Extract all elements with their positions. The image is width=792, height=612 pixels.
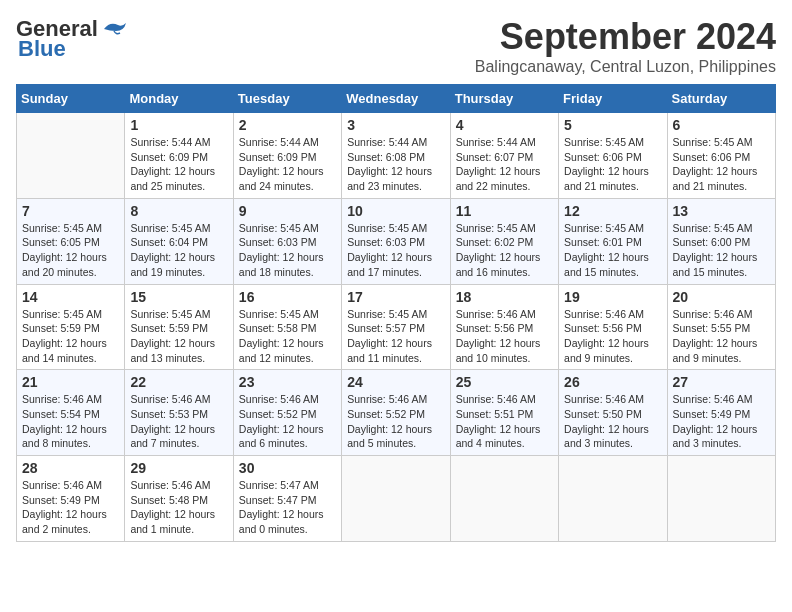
calendar-cell [667,456,775,542]
day-number: 7 [22,203,119,219]
day-info: Sunrise: 5:46 AM Sunset: 5:56 PM Dayligh… [456,307,553,366]
day-number: 20 [673,289,770,305]
calendar-row: 28Sunrise: 5:46 AM Sunset: 5:49 PM Dayli… [17,456,776,542]
day-info: Sunrise: 5:44 AM Sunset: 6:07 PM Dayligh… [456,135,553,194]
calendar-cell: 17Sunrise: 5:45 AM Sunset: 5:57 PM Dayli… [342,284,450,370]
calendar-row: 14Sunrise: 5:45 AM Sunset: 5:59 PM Dayli… [17,284,776,370]
day-info: Sunrise: 5:47 AM Sunset: 5:47 PM Dayligh… [239,478,336,537]
day-info: Sunrise: 5:46 AM Sunset: 5:50 PM Dayligh… [564,392,661,451]
calendar-cell: 15Sunrise: 5:45 AM Sunset: 5:59 PM Dayli… [125,284,233,370]
weekday-header-cell: Saturday [667,85,775,113]
day-info: Sunrise: 5:46 AM Sunset: 5:56 PM Dayligh… [564,307,661,366]
day-number: 12 [564,203,661,219]
day-number: 10 [347,203,444,219]
calendar-cell: 26Sunrise: 5:46 AM Sunset: 5:50 PM Dayli… [559,370,667,456]
calendar-cell: 16Sunrise: 5:45 AM Sunset: 5:58 PM Dayli… [233,284,341,370]
day-number: 17 [347,289,444,305]
header: General Blue September 2024 Balingcanawa… [16,16,776,76]
day-info: Sunrise: 5:44 AM Sunset: 6:09 PM Dayligh… [239,135,336,194]
day-number: 26 [564,374,661,390]
calendar-row: 7Sunrise: 5:45 AM Sunset: 6:05 PM Daylig… [17,198,776,284]
day-number: 9 [239,203,336,219]
day-number: 16 [239,289,336,305]
weekday-header-cell: Tuesday [233,85,341,113]
day-number: 1 [130,117,227,133]
calendar-cell: 4Sunrise: 5:44 AM Sunset: 6:07 PM Daylig… [450,113,558,199]
day-info: Sunrise: 5:45 AM Sunset: 6:04 PM Dayligh… [130,221,227,280]
day-number: 29 [130,460,227,476]
day-number: 2 [239,117,336,133]
day-info: Sunrise: 5:44 AM Sunset: 6:08 PM Dayligh… [347,135,444,194]
day-number: 3 [347,117,444,133]
day-info: Sunrise: 5:46 AM Sunset: 5:52 PM Dayligh… [239,392,336,451]
day-number: 6 [673,117,770,133]
weekday-header-cell: Monday [125,85,233,113]
calendar-cell: 14Sunrise: 5:45 AM Sunset: 5:59 PM Dayli… [17,284,125,370]
weekday-header-cell: Thursday [450,85,558,113]
title-section: September 2024 Balingcanaway, Central Lu… [475,16,776,76]
day-info: Sunrise: 5:45 AM Sunset: 5:59 PM Dayligh… [130,307,227,366]
day-number: 4 [456,117,553,133]
calendar-row: 21Sunrise: 5:46 AM Sunset: 5:54 PM Dayli… [17,370,776,456]
weekday-header-cell: Wednesday [342,85,450,113]
day-info: Sunrise: 5:46 AM Sunset: 5:53 PM Dayligh… [130,392,227,451]
day-number: 25 [456,374,553,390]
day-number: 8 [130,203,227,219]
logo-blue: Blue [18,36,66,62]
day-number: 15 [130,289,227,305]
day-number: 27 [673,374,770,390]
weekday-header-cell: Friday [559,85,667,113]
day-info: Sunrise: 5:46 AM Sunset: 5:49 PM Dayligh… [673,392,770,451]
calendar-body: 1Sunrise: 5:44 AM Sunset: 6:09 PM Daylig… [17,113,776,542]
month-title: September 2024 [475,16,776,58]
calendar-cell: 8Sunrise: 5:45 AM Sunset: 6:04 PM Daylig… [125,198,233,284]
day-info: Sunrise: 5:46 AM Sunset: 5:49 PM Dayligh… [22,478,119,537]
calendar-cell: 5Sunrise: 5:45 AM Sunset: 6:06 PM Daylig… [559,113,667,199]
day-info: Sunrise: 5:45 AM Sunset: 6:06 PM Dayligh… [673,135,770,194]
calendar-cell: 13Sunrise: 5:45 AM Sunset: 6:00 PM Dayli… [667,198,775,284]
day-number: 30 [239,460,336,476]
calendar-row: 1Sunrise: 5:44 AM Sunset: 6:09 PM Daylig… [17,113,776,199]
calendar-cell: 2Sunrise: 5:44 AM Sunset: 6:09 PM Daylig… [233,113,341,199]
calendar-cell: 9Sunrise: 5:45 AM Sunset: 6:03 PM Daylig… [233,198,341,284]
calendar-cell: 3Sunrise: 5:44 AM Sunset: 6:08 PM Daylig… [342,113,450,199]
day-info: Sunrise: 5:45 AM Sunset: 6:00 PM Dayligh… [673,221,770,280]
day-info: Sunrise: 5:46 AM Sunset: 5:55 PM Dayligh… [673,307,770,366]
day-number: 28 [22,460,119,476]
calendar-cell: 25Sunrise: 5:46 AM Sunset: 5:51 PM Dayli… [450,370,558,456]
calendar-cell: 30Sunrise: 5:47 AM Sunset: 5:47 PM Dayli… [233,456,341,542]
day-info: Sunrise: 5:45 AM Sunset: 6:01 PM Dayligh… [564,221,661,280]
logo: General Blue [16,16,128,62]
day-info: Sunrise: 5:46 AM Sunset: 5:51 PM Dayligh… [456,392,553,451]
day-info: Sunrise: 5:45 AM Sunset: 6:02 PM Dayligh… [456,221,553,280]
calendar-cell: 24Sunrise: 5:46 AM Sunset: 5:52 PM Dayli… [342,370,450,456]
calendar-table: SundayMondayTuesdayWednesdayThursdayFrid… [16,84,776,542]
logo-bird-icon [100,19,128,39]
day-info: Sunrise: 5:45 AM Sunset: 5:58 PM Dayligh… [239,307,336,366]
day-info: Sunrise: 5:45 AM Sunset: 6:06 PM Dayligh… [564,135,661,194]
calendar-cell: 1Sunrise: 5:44 AM Sunset: 6:09 PM Daylig… [125,113,233,199]
calendar-cell: 11Sunrise: 5:45 AM Sunset: 6:02 PM Dayli… [450,198,558,284]
calendar-cell: 29Sunrise: 5:46 AM Sunset: 5:48 PM Dayli… [125,456,233,542]
calendar-cell [559,456,667,542]
location-title: Balingcanaway, Central Luzon, Philippine… [475,58,776,76]
calendar-cell: 20Sunrise: 5:46 AM Sunset: 5:55 PM Dayli… [667,284,775,370]
day-info: Sunrise: 5:45 AM Sunset: 6:05 PM Dayligh… [22,221,119,280]
day-info: Sunrise: 5:45 AM Sunset: 5:59 PM Dayligh… [22,307,119,366]
day-number: 14 [22,289,119,305]
day-info: Sunrise: 5:45 AM Sunset: 6:03 PM Dayligh… [239,221,336,280]
weekday-header-cell: Sunday [17,85,125,113]
calendar-cell: 27Sunrise: 5:46 AM Sunset: 5:49 PM Dayli… [667,370,775,456]
day-info: Sunrise: 5:44 AM Sunset: 6:09 PM Dayligh… [130,135,227,194]
weekday-header-row: SundayMondayTuesdayWednesdayThursdayFrid… [17,85,776,113]
day-info: Sunrise: 5:45 AM Sunset: 5:57 PM Dayligh… [347,307,444,366]
day-number: 21 [22,374,119,390]
day-number: 23 [239,374,336,390]
day-number: 22 [130,374,227,390]
day-number: 24 [347,374,444,390]
day-number: 11 [456,203,553,219]
day-info: Sunrise: 5:46 AM Sunset: 5:48 PM Dayligh… [130,478,227,537]
calendar-cell: 23Sunrise: 5:46 AM Sunset: 5:52 PM Dayli… [233,370,341,456]
calendar-cell: 6Sunrise: 5:45 AM Sunset: 6:06 PM Daylig… [667,113,775,199]
day-number: 5 [564,117,661,133]
